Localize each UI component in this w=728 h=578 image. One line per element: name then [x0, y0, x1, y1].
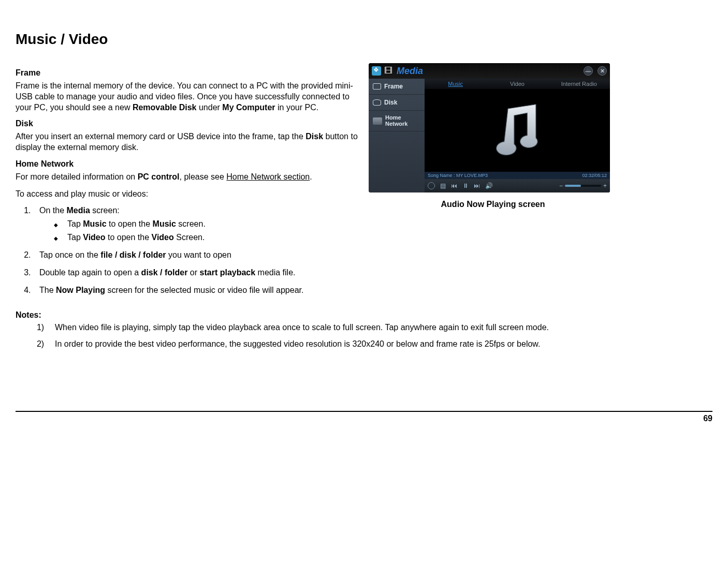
- tab-internet-radio[interactable]: Internet Radio: [548, 79, 610, 89]
- disk-heading: Disk: [16, 119, 363, 128]
- sidebar-item-disk[interactable]: Disk: [369, 95, 425, 111]
- bold-media: Media: [66, 206, 90, 215]
- access-intro: To access and play music or videos:: [16, 189, 363, 200]
- homenet-paragraph: For more detailed information on PC cont…: [16, 172, 363, 183]
- sidebar-item-label: HomeNetwork: [385, 115, 407, 127]
- minimize-button[interactable]: —: [584, 66, 593, 76]
- notes-list: When video file is playing, simply tap t…: [16, 323, 712, 349]
- text: Tap once on the: [39, 250, 100, 259]
- note-2: In order to provide the best video perfo…: [49, 339, 712, 349]
- step-3: Double tap again to open a disk / folder…: [33, 268, 363, 277]
- bold-pc-control: PC control: [138, 172, 180, 181]
- sidebar-item-frame[interactable]: Frame: [369, 79, 425, 95]
- text: After you insert an external memory card…: [16, 132, 305, 141]
- previous-button[interactable]: ⏮: [451, 182, 457, 189]
- text: screen for the selected music or video f…: [105, 286, 303, 294]
- step-1a: Tap Music to open the Music screen.: [54, 219, 363, 229]
- home-network-link[interactable]: Home Network section: [226, 172, 310, 181]
- page-title: Music / Video: [16, 31, 712, 48]
- volume-down-button[interactable]: −: [559, 182, 563, 189]
- text: to open the: [107, 219, 153, 228]
- titlebar-label: Media: [397, 66, 423, 77]
- homenet-heading: Home Network: [16, 159, 363, 169]
- status-bar: Song Name : MY LOVE.MP3 02:32/05:12: [425, 172, 610, 179]
- next-button[interactable]: ⏭: [474, 182, 480, 189]
- step-1-sublist: Tap Music to open the Music screen. Tap …: [39, 219, 363, 242]
- music-note-icon: [486, 99, 548, 161]
- playlist-icon[interactable]: ▤: [440, 182, 446, 189]
- text: to open the: [106, 233, 152, 242]
- song-name-label: Song Name : MY LOVE.MP3: [428, 173, 488, 178]
- tab-music[interactable]: Music: [425, 79, 486, 89]
- volume-slider[interactable]: [565, 185, 601, 187]
- bold-file-disk-folder: file / disk / folder: [100, 250, 166, 259]
- bold-disk-folder: disk / folder: [141, 268, 188, 277]
- text: The: [39, 286, 56, 294]
- figure-caption: Audio Now Playing screen: [369, 200, 617, 209]
- speaker-icon[interactable]: 🔊: [485, 182, 493, 189]
- bold-now-playing: Now Playing: [56, 286, 105, 294]
- volume-up-button[interactable]: +: [603, 182, 607, 189]
- text: screen:: [90, 206, 120, 215]
- step-2: Tap once on the file / disk / folder you…: [33, 250, 363, 260]
- text: screen.: [176, 219, 206, 228]
- volume-control: − +: [559, 182, 607, 189]
- tab-video[interactable]: Video: [486, 79, 548, 89]
- device-main: Music Video Internet Radio Song Name : M…: [425, 79, 610, 192]
- text: or: [187, 268, 199, 277]
- text: you want to open: [166, 250, 231, 259]
- step-1: On the Media screen: Tap Music to open t…: [33, 206, 363, 242]
- bold-video-2: Video: [152, 233, 174, 242]
- text: under: [197, 103, 223, 112]
- disk-paragraph: After you insert an external memory card…: [16, 131, 363, 153]
- playback-controls: ▤ ⏮ ⏸ ⏭ 🔊 − +: [425, 179, 610, 192]
- bold-music: Music: [83, 219, 106, 228]
- bold-removable-disk: Removable Disk: [133, 103, 197, 112]
- page-number: 69: [16, 414, 712, 423]
- step-1b: Tap Video to open the Video Screen.: [54, 233, 363, 242]
- bold-music-2: Music: [153, 219, 176, 228]
- tabs: Music Video Internet Radio: [425, 79, 610, 89]
- text: , please see: [180, 172, 227, 181]
- bold-my-computer: My Computer: [222, 103, 275, 112]
- right-column: 🎞 Media — ✕ Frame Disk HomeNetwork Music…: [369, 63, 617, 303]
- note-1: When video file is playing, simply tap t…: [49, 323, 712, 332]
- text: Screen.: [174, 233, 205, 242]
- text: Tap: [67, 219, 83, 228]
- steps-list: On the Media screen: Tap Music to open t…: [16, 206, 363, 295]
- app-icon: [372, 66, 381, 76]
- text: Double tap again to open a: [39, 268, 141, 277]
- device-screenshot: 🎞 Media — ✕ Frame Disk HomeNetwork Music…: [369, 63, 610, 192]
- home-network-icon: [373, 117, 382, 125]
- text: On the: [39, 206, 66, 215]
- footer-rule: [16, 411, 712, 412]
- text: Tap: [67, 233, 83, 242]
- text: in your PC.: [275, 103, 319, 112]
- frame-heading: Frame: [16, 68, 363, 78]
- text: For more detailed information on: [16, 172, 138, 181]
- step-4: The Now Playing screen for the selected …: [33, 286, 363, 295]
- bold-disk: Disk: [305, 132, 323, 141]
- sidebar-item-label: Disk: [384, 99, 397, 106]
- album-art-area: [425, 89, 610, 172]
- close-button[interactable]: ✕: [598, 66, 607, 76]
- sidebar-item-label: Frame: [384, 83, 403, 90]
- disk-icon: [373, 99, 381, 106]
- time-label: 02:32/05:12: [582, 173, 607, 178]
- bold-video: Video: [83, 233, 105, 242]
- frame-paragraph: Frame is the internal memory of the devi…: [16, 81, 363, 113]
- bold-start-playback: start playback: [200, 268, 256, 277]
- text: media file.: [255, 268, 295, 277]
- pause-button[interactable]: ⏸: [462, 182, 469, 189]
- device-sidebar: Frame Disk HomeNetwork: [369, 79, 425, 192]
- sidebar-item-home-network[interactable]: HomeNetwork: [369, 111, 425, 131]
- notes-heading: Notes:: [16, 310, 712, 320]
- left-column: Frame Frame is the internal memory of th…: [16, 63, 363, 303]
- disc-icon[interactable]: [428, 182, 435, 189]
- text: .: [310, 172, 312, 181]
- film-icon: 🎞: [384, 66, 392, 76]
- frame-icon: [373, 83, 381, 90]
- titlebar: 🎞 Media — ✕: [369, 63, 610, 79]
